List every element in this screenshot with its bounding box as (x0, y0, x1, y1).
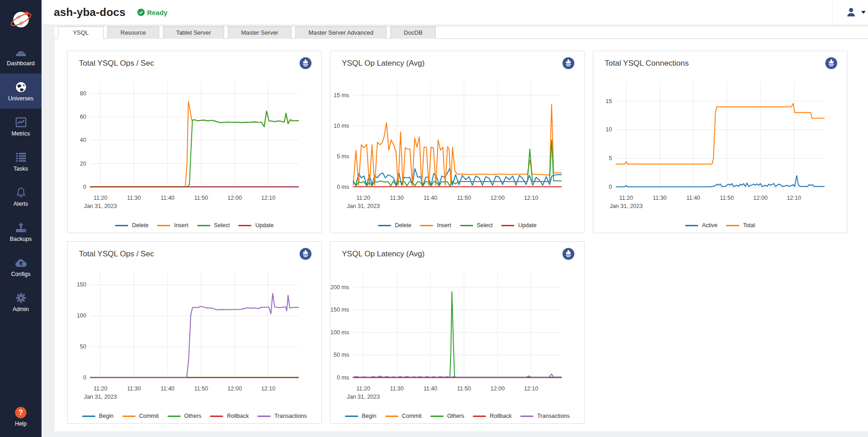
legend-label: Insert (174, 222, 188, 229)
legend-item-rollback[interactable]: Rollback (473, 413, 512, 419)
yugabyte-logo[interactable] (0, 0, 42, 38)
sidebar-item-configs[interactable]: Configs (0, 249, 42, 284)
legend-swatch (473, 416, 486, 417)
tab-resource[interactable]: Resource (107, 26, 159, 39)
sidebar-item-label: Backups (10, 236, 32, 242)
sidebar-item-admin[interactable]: Admin (0, 284, 42, 319)
chart-title: YSQL Op Latency (Avg) (342, 59, 424, 68)
svg-text:50: 50 (80, 343, 86, 350)
sidebar-item-backups[interactable]: Backups (0, 214, 42, 249)
legend-item-delete[interactable]: Delete (115, 222, 148, 229)
legend-item-begin[interactable]: Begin (345, 413, 376, 419)
chart-title: Total YSQL Ops / Sec (79, 250, 154, 259)
legend-item-delete[interactable]: Delete (378, 222, 411, 229)
legend-swatch (685, 225, 698, 226)
prometheus-icon[interactable] (299, 248, 312, 260)
tab-tablet-server[interactable]: Tablet Server (163, 26, 225, 39)
svg-text:11:50: 11:50 (457, 195, 471, 201)
sidebar-item-label: Admin (13, 306, 29, 312)
legend-label: Commit (139, 413, 159, 419)
svg-text:12:10: 12:10 (261, 195, 275, 201)
legend-swatch (345, 416, 358, 417)
prometheus-icon[interactable] (562, 57, 575, 69)
svg-text:11:40: 11:40 (424, 385, 437, 392)
tab-docdb[interactable]: DocDB (390, 26, 436, 39)
tab-master-server[interactable]: Master Server (228, 26, 292, 39)
sidebar-item-metrics[interactable]: Metrics (0, 109, 42, 144)
legend-label: Begin (362, 413, 376, 419)
bell-icon (16, 186, 26, 199)
sidebar-item-help[interactable]: ? Help (0, 397, 42, 437)
status-text: Ready (147, 9, 167, 16)
yugabyte-logo-icon (10, 8, 32, 31)
metrics-tabs: YSQL Resource Tablet Server Master Serve… (54, 26, 868, 39)
chart-panel-ysql-op-latency-transactions: 0 ms50 ms100 ms150 ms200 ms11:20Jan 31, … (330, 241, 585, 424)
svg-text:12:10: 12:10 (787, 195, 801, 201)
svg-text:11:30: 11:30 (127, 385, 141, 392)
svg-text:11:30: 11:30 (390, 385, 403, 392)
legend-item-select[interactable]: Select (197, 222, 230, 229)
svg-text:20: 20 (80, 161, 86, 167)
legend-item-others[interactable]: Others (167, 413, 202, 419)
legend-item-commit[interactable]: Commit (122, 413, 159, 419)
sidebar-item-tasks[interactable]: Tasks (0, 144, 42, 179)
legend-item-total[interactable]: Total (726, 222, 755, 229)
legend-item-commit[interactable]: Commit (385, 413, 422, 419)
legend-label: Update (255, 222, 273, 229)
legend-item-update[interactable]: Update (238, 222, 273, 229)
top-header: ash-yba-docs Ready (42, 0, 868, 25)
legend-item-others[interactable]: Others (430, 413, 465, 419)
svg-text:0: 0 (83, 375, 86, 381)
svg-text:150 ms: 150 ms (330, 307, 349, 313)
svg-text:11:50: 11:50 (720, 195, 734, 201)
line-chart: 05010015011:20Jan 31, 202311:3011:4011:5… (68, 242, 321, 406)
svg-text:100 ms: 100 ms (330, 329, 349, 336)
tab-ysql[interactable]: YSQL (58, 26, 104, 39)
tab-master-server-advanced[interactable]: Master Server Advanced (295, 26, 387, 39)
svg-text:0: 0 (609, 184, 612, 190)
legend-item-insert[interactable]: Insert (420, 222, 451, 229)
svg-text:100: 100 (77, 312, 86, 319)
legend-item-update[interactable]: Update (501, 222, 536, 229)
prometheus-icon[interactable] (825, 57, 837, 69)
legend-item-rollback[interactable]: Rollback (210, 413, 249, 419)
svg-text:Jan 31, 2023: Jan 31, 2023 (347, 203, 380, 209)
sidebar-item-alerts[interactable]: Alerts (0, 179, 42, 214)
legend-swatch (378, 225, 391, 226)
list-icon (16, 151, 26, 164)
legend-item-begin[interactable]: Begin (82, 413, 114, 419)
legend-swatch (257, 416, 271, 417)
legend-item-active[interactable]: Active (685, 222, 717, 229)
legend-item-insert[interactable]: Insert (157, 222, 188, 229)
sidebar-item-universes[interactable]: Universes (0, 73, 42, 109)
svg-text:10 ms: 10 ms (334, 123, 349, 129)
sidebar: Dashboard Universes Metrics Tasks Alerts… (0, 0, 42, 437)
prometheus-icon[interactable] (299, 57, 312, 69)
chart-panel-total-ysql-connections: 05101511:20Jan 31, 202311:3011:4011:5012… (593, 51, 847, 233)
prometheus-icon[interactable] (562, 248, 575, 260)
sidebar-item-dashboard[interactable]: Dashboard (0, 38, 42, 73)
legend-label: Delete (132, 222, 148, 229)
legend-label: Begin (99, 413, 114, 419)
svg-text:11:20: 11:20 (94, 385, 107, 392)
svg-text:11:50: 11:50 (457, 385, 471, 392)
line-chart: 0 ms5 ms10 ms15 ms11:20Jan 31, 202311:30… (330, 51, 584, 215)
legend-label: Active (702, 222, 717, 229)
legend-label: Transactions (274, 413, 307, 419)
legend-item-transactions[interactable]: Transactions (520, 413, 570, 419)
svg-text:Jan 31, 2023: Jan 31, 2023 (84, 394, 117, 400)
svg-text:12:00: 12:00 (491, 385, 505, 392)
svg-text:0: 0 (83, 184, 86, 190)
svg-text:15 ms: 15 ms (334, 92, 349, 99)
main-content: YSQL Resource Tablet Server Master Serve… (42, 26, 868, 432)
chart-title: Total YSQL Connections (605, 59, 689, 68)
user-menu[interactable] (846, 7, 868, 18)
legend-item-select[interactable]: Select (460, 222, 493, 229)
legend-label: Others (447, 413, 465, 419)
chart-title: Total YSQL Ops / Sec (79, 59, 154, 68)
legend-item-transactions[interactable]: Transactions (257, 413, 307, 419)
legend-swatch (167, 416, 181, 417)
svg-text:40: 40 (80, 137, 86, 143)
legend-swatch (520, 416, 533, 417)
chart-legend: DeleteInsertSelectUpdate (330, 222, 584, 229)
